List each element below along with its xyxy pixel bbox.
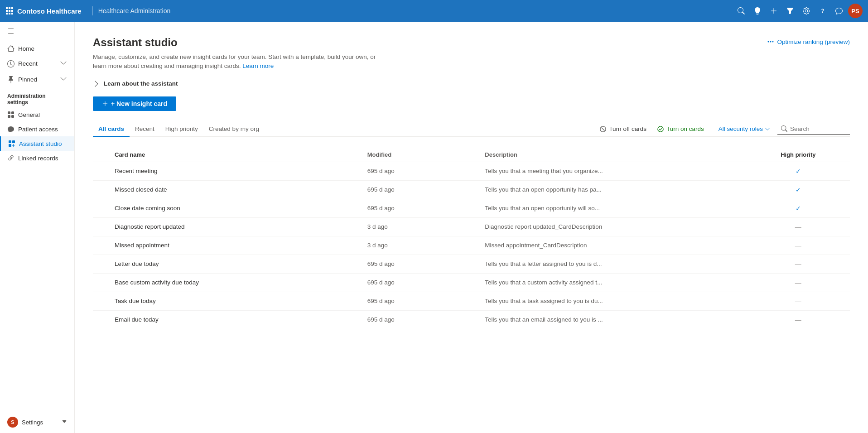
topbar-module: Healthcare Administration <box>98 7 171 14</box>
col-header-name: Card name <box>93 148 367 162</box>
sidebar-item-general[interactable]: General <box>0 107 74 122</box>
sidebar: Home Recent Pinned Administration settin… <box>0 22 75 433</box>
settings-icon[interactable] <box>799 4 814 18</box>
sidebar-item-recent[interactable]: Recent <box>0 56 74 72</box>
cell-description: Tells you that a task assigned to you is… <box>485 292 752 310</box>
pinned-chevron-icon <box>60 75 67 84</box>
cell-card-name: Close date coming soon <box>93 199 367 217</box>
cell-modified: 695 d ago <box>367 292 485 310</box>
sidebar-item-pinned[interactable]: Pinned <box>0 72 74 87</box>
new-insight-card-button[interactable]: + New insight card <box>93 96 176 111</box>
table-row[interactable]: Diagnostic report updated3 d agoDiagnost… <box>93 217 850 236</box>
main-content: Assistant studio Manage, customize, and … <box>75 22 868 433</box>
cell-card-name: Diagnostic report updated <box>93 217 367 236</box>
dash-icon: — <box>795 223 801 231</box>
col-header-modified: Modified <box>367 148 485 162</box>
sidebar-label-patient-access: Patient access <box>18 126 58 133</box>
cell-description: Tells you that an email assigned to you … <box>485 310 752 329</box>
cell-high-priority: — <box>752 273 850 292</box>
table-row[interactable]: Email due today695 d agoTells you that a… <box>93 310 850 329</box>
svg-rect-4 <box>9 10 10 12</box>
cell-card-name: Email due today <box>93 310 367 329</box>
app-grid-icon[interactable] <box>5 7 14 15</box>
cell-high-priority: ✓ <box>752 162 850 180</box>
svg-rect-1 <box>9 7 10 9</box>
cell-description: Tells you that a letter assigned to you … <box>485 255 752 273</box>
search-icon[interactable] <box>734 4 748 18</box>
svg-rect-11 <box>9 144 11 147</box>
cell-modified: 695 d ago <box>367 180 485 199</box>
turn-off-cards-button[interactable]: Turn off cards <box>594 123 652 135</box>
cell-modified: 3 d ago <box>367 217 485 236</box>
table-row[interactable]: Close date coming soon695 d agoTells you… <box>93 199 850 217</box>
settings-chevron-icon <box>62 419 67 426</box>
optimize-label: Optimize ranking (preview) <box>777 38 850 45</box>
tab-all-cards[interactable]: All cards <box>93 122 130 137</box>
settings-avatar: S <box>7 417 18 428</box>
table-row[interactable]: Task due today695 d agoTells you that a … <box>93 292 850 310</box>
user-avatar[interactable]: PS <box>848 4 863 18</box>
table-body: Recent meeting695 d agoTells you that a … <box>93 162 850 329</box>
svg-point-14 <box>658 126 663 131</box>
turn-on-label: Turn on cards <box>666 125 704 132</box>
cell-card-name: Missed appointment <box>93 236 367 255</box>
table-row[interactable]: Letter due today695 d agoTells you that … <box>93 255 850 273</box>
plus-icon[interactable] <box>767 4 781 18</box>
table-row[interactable]: Recent meeting695 d agoTells you that a … <box>93 162 850 180</box>
cell-high-priority: ✓ <box>752 180 850 199</box>
dash-icon: — <box>795 260 801 268</box>
app-name: Contoso Healthcare <box>17 7 82 15</box>
cell-card-name: Missed closed date <box>93 180 367 199</box>
optimize-ranking-button[interactable]: Optimize ranking (preview) <box>767 38 850 45</box>
sidebar-item-home[interactable]: Home <box>0 41 74 56</box>
admin-section-label: Administration settings <box>0 87 74 107</box>
tab-recent[interactable]: Recent <box>130 122 160 137</box>
chat-icon[interactable] <box>832 4 846 18</box>
svg-rect-6 <box>6 13 8 14</box>
sidebar-bottom-settings[interactable]: S Settings <box>0 411 74 433</box>
filter-icon[interactable] <box>783 4 797 18</box>
cell-high-priority: — <box>752 292 850 310</box>
lightbulb-icon[interactable] <box>750 4 765 18</box>
learn-more-link[interactable]: Learn more <box>242 63 274 69</box>
search-field[interactable] <box>777 124 850 135</box>
cell-card-name: Base custom activity due today <box>93 273 367 292</box>
tab-high-priority[interactable]: High priority <box>160 122 203 137</box>
topbar-divider <box>92 6 93 15</box>
topbar-actions: PS <box>734 4 863 18</box>
sidebar-item-patient-access[interactable]: Patient access <box>0 122 74 136</box>
sidebar-label-home: Home <box>18 45 34 52</box>
search-input[interactable] <box>790 125 844 132</box>
sidebar-label-general: General <box>18 111 40 118</box>
table-row[interactable]: Missed closed date695 d agoTells you tha… <box>93 180 850 199</box>
table-row[interactable]: Missed appointment3 d agoMissed appointm… <box>93 236 850 255</box>
svg-rect-10 <box>12 140 15 143</box>
turn-on-cards-button[interactable]: Turn on cards <box>652 123 709 135</box>
cell-description: Diagnostic report updated_CardDescriptio… <box>485 217 752 236</box>
cell-description: Tells you that an open opportunity will … <box>485 199 752 217</box>
checkmark-icon: ✓ <box>796 186 801 193</box>
tab-created-by-org[interactable]: Created by my org <box>203 122 265 137</box>
svg-line-13 <box>602 127 605 130</box>
filter-bar: All cards Recent High priority Created b… <box>93 122 850 137</box>
cell-card-name: Recent meeting <box>93 162 367 180</box>
new-card-label: + New insight card <box>111 100 167 107</box>
learn-about-label: Learn about the assistant <box>104 80 178 87</box>
card-table: Card name Modified Description High prio… <box>93 148 850 329</box>
svg-rect-0 <box>6 7 8 9</box>
dash-icon: — <box>795 298 801 305</box>
table-row[interactable]: Base custom activity due today695 d agoT… <box>93 273 850 292</box>
recent-chevron-icon <box>60 59 67 68</box>
sidebar-item-linked-records[interactable]: Linked records <box>0 151 74 165</box>
security-roles-dropdown[interactable]: All security roles <box>715 123 774 135</box>
sidebar-item-assistant-studio[interactable]: Assistant studio <box>0 136 74 151</box>
dash-icon: — <box>795 242 801 249</box>
help-icon[interactable] <box>815 4 830 18</box>
learn-about-assistant[interactable]: Learn about the assistant <box>93 80 850 87</box>
hamburger-icon[interactable] <box>0 22 74 41</box>
svg-rect-8 <box>11 13 13 14</box>
roles-label: All security roles <box>719 125 763 132</box>
table-header: Card name Modified Description High prio… <box>93 148 850 162</box>
dash-icon: — <box>795 279 801 286</box>
page-header: Assistant studio Manage, customize, and … <box>93 36 850 71</box>
